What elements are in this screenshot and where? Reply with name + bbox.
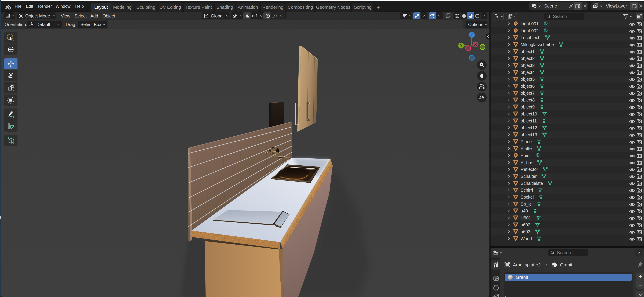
- svg-text:X: X: [474, 42, 477, 47]
- svg-text:Z: Z: [470, 33, 473, 37]
- svg-text:Y: Y: [460, 43, 462, 48]
